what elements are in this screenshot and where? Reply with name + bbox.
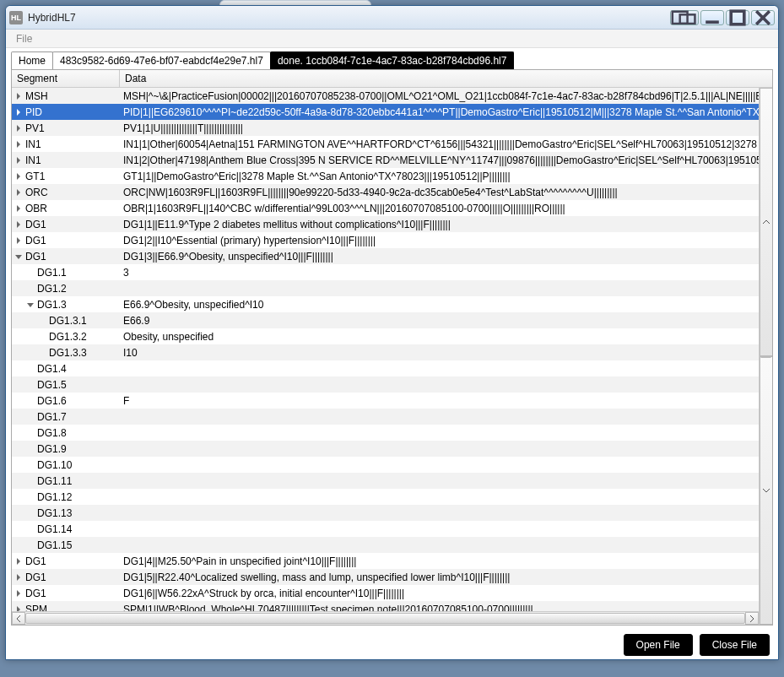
hscroll-track[interactable]	[25, 612, 745, 625]
table-row[interactable]: DG1.6F	[12, 393, 759, 409]
table-row[interactable]: DG1.12	[12, 489, 759, 505]
table-row[interactable]: DG1.4	[12, 360, 759, 376]
expand-icon[interactable]	[14, 219, 24, 230]
segment-cell: DG1.11	[12, 475, 120, 487]
table-row[interactable]: PIDPID|1||EG629610^^^^PI~de22d59c-50ff-4…	[12, 104, 759, 120]
segment-label: DG1.12	[37, 491, 72, 503]
tab-label: Home	[19, 55, 46, 67]
data-cell: OBR|1|1603R9FL||140^CBC w/differential^9…	[120, 203, 759, 214]
table-row[interactable]: DG1DG1|2||I10^Essential (primary) hypert…	[12, 232, 759, 248]
segment-cell: DG1.4	[12, 363, 120, 375]
minimize-button[interactable]	[700, 10, 724, 25]
segment-label: DG1.6	[37, 395, 67, 407]
table-row[interactable]: DG1.15	[12, 537, 759, 553]
scroll-up-button[interactable]	[760, 88, 772, 356]
table-row[interactable]: DG1.13	[12, 505, 759, 521]
table-row[interactable]: DG1DG1|6||W56.22xA^Struck by orca, initi…	[12, 585, 759, 601]
segment-cell: OBR	[12, 203, 120, 214]
data-cell: PV1|1|U||||||||||||||T|||||||||||||||	[120, 122, 759, 134]
vscroll-thumb[interactable]	[760, 356, 771, 358]
expand-icon[interactable]	[14, 588, 24, 598]
column-header-segment[interactable]: Segment	[12, 70, 120, 87]
expand-icon[interactable]	[14, 203, 24, 214]
table-row[interactable]: DG1.5	[12, 376, 759, 393]
table-row[interactable]: IN1IN1|1|Other|60054|Aetna|151 FARMINGTO…	[12, 136, 759, 152]
tree-spacer	[25, 412, 35, 422]
expand-icon[interactable]	[14, 139, 24, 149]
scroll-right-button[interactable]	[745, 612, 759, 625]
maximize-button[interactable]	[726, 10, 749, 25]
table-row[interactable]: DG1DG1|5||R22.40^Localized swelling, mas…	[12, 569, 759, 585]
window-switcher-button[interactable]	[670, 10, 699, 25]
hscroll-thumb[interactable]	[25, 613, 745, 624]
expand-icon[interactable]	[14, 187, 24, 198]
vertical-scrollbar[interactable]	[759, 88, 772, 625]
table-row[interactable]: IN1IN1|2|Other|47198|Anthem Blue Cross|3…	[12, 152, 759, 168]
segment-label: PID	[25, 106, 42, 118]
table-row[interactable]: DG1.10	[12, 457, 759, 473]
tree-spacer	[25, 268, 35, 278]
table-row[interactable]: DG1.7	[12, 409, 759, 425]
segment-cell: DG1.14	[12, 523, 120, 535]
segment-cell: DG1.13	[12, 507, 120, 519]
tab-file-1[interactable]: 483c9582-6d69-47e6-bf07-eabdcf4e29e7.hl7	[52, 51, 271, 69]
tab-file-2[interactable]: done. 1ccb084f-7c1e-4ac7-83ac-b28f784cbd…	[270, 51, 515, 69]
table-row[interactable]: DG1.3.2Obesity, unspecified	[12, 328, 759, 344]
scroll-left-button[interactable]	[12, 612, 25, 625]
table-row[interactable]: DG1DG1|1||E11.9^Type 2 diabetes mellitus…	[12, 216, 759, 232]
expand-icon[interactable]	[14, 236, 24, 246]
table-row[interactable]: DG1.11	[12, 473, 759, 489]
close-file-button[interactable]: Close File	[700, 634, 770, 656]
expand-icon[interactable]	[14, 123, 24, 133]
segment-label: DG1	[25, 571, 46, 583]
expand-icon[interactable]	[14, 107, 24, 117]
table-row[interactable]: DG1.3.1E66.9	[12, 312, 759, 328]
segment-cell: DG1.1	[12, 267, 120, 279]
segment-cell: DG1	[12, 219, 120, 230]
table-row[interactable]: ORCORC|NW|1603R9FL||1603R9FL||||||||90e9…	[12, 184, 759, 200]
table-row[interactable]: GT1GT1|1||DemoGastro^Eric||3278 Maple St…	[12, 168, 759, 184]
tab-home[interactable]: Home	[11, 51, 53, 69]
tree-spacer	[25, 476, 35, 486]
tree-spacer	[25, 284, 35, 294]
table-row[interactable]: OBROBR|1|1603R9FL||140^CBC w/differentia…	[12, 200, 759, 216]
table-row[interactable]: DG1.2	[12, 280, 759, 296]
menu-file[interactable]: File	[11, 31, 37, 46]
collapse-icon[interactable]	[25, 300, 35, 310]
data-cell: IN1|2|Other|47198|Anthem Blue Cross|395 …	[120, 154, 759, 166]
table-row[interactable]: DG1.8	[12, 425, 759, 441]
titlebar[interactable]: HL HybridHL7	[6, 6, 778, 30]
expand-icon[interactable]	[14, 91, 24, 101]
scroll-down-button[interactable]	[760, 356, 772, 625]
tree-spacer	[25, 444, 35, 454]
table-row[interactable]: SPMSPM|1||WB^Blood, Whole^HL70487|||||||…	[12, 601, 759, 611]
table-row[interactable]: DG1.14	[12, 521, 759, 537]
expand-icon[interactable]	[14, 556, 24, 566]
open-file-button[interactable]: Open File	[624, 634, 693, 656]
expand-icon[interactable]	[14, 604, 24, 612]
collapse-icon[interactable]	[14, 252, 24, 262]
window-title: HybridHL7	[28, 12, 670, 24]
data-cell: 3	[120, 267, 759, 279]
table-row[interactable]: DG1.9	[12, 441, 759, 457]
table-row[interactable]: PV1PV1|1|U||||||||||||||T|||||||||||||||	[12, 120, 759, 136]
footer-bar: Open File Close File	[6, 631, 778, 659]
segment-label: DG1.11	[37, 475, 72, 487]
segment-cell: DG1.3.2	[12, 331, 120, 343]
expand-icon[interactable]	[14, 155, 24, 165]
segment-cell: DG1	[12, 588, 120, 599]
table-row[interactable]: DG1.3.3I10	[12, 344, 759, 360]
column-header-data[interactable]: Data	[120, 70, 772, 87]
data-cell: E66.9	[120, 315, 759, 327]
table-row[interactable]: DG1.13	[12, 264, 759, 280]
segment-cell: DG1	[12, 571, 120, 583]
data-cell: I10	[120, 347, 759, 359]
horizontal-scrollbar[interactable]	[12, 611, 759, 625]
table-row[interactable]: MSHMSH|^~\&|PracticeFusion|00002|||20160…	[12, 88, 759, 104]
table-row[interactable]: DG1DG1|4||M25.50^Pain in unspecified joi…	[12, 553, 759, 569]
expand-icon[interactable]	[14, 171, 24, 181]
expand-icon[interactable]	[14, 572, 24, 582]
close-window-button[interactable]	[751, 10, 775, 25]
table-row[interactable]: DG1DG1|3||E66.9^Obesity, unspecified^I10…	[12, 248, 759, 264]
table-row[interactable]: DG1.3E66.9^Obesity, unspecified^I10	[12, 296, 759, 312]
